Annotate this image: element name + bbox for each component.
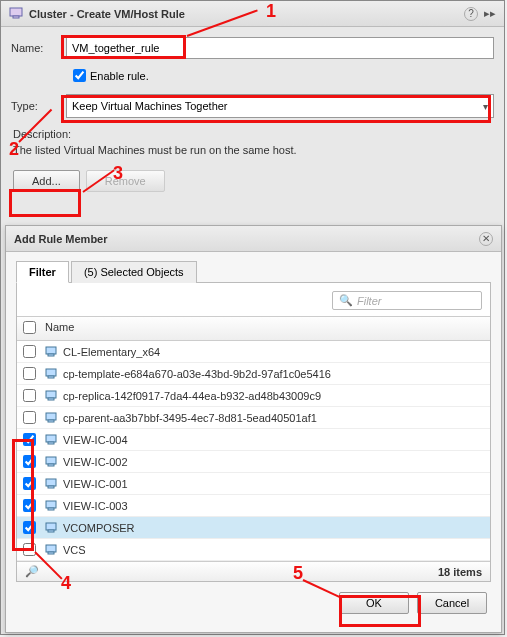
chevron-down-icon: ▾ bbox=[483, 101, 488, 112]
vm-icon bbox=[45, 368, 63, 380]
row-name: VIEW-IC-003 bbox=[63, 500, 484, 512]
description-label: Description: bbox=[13, 128, 494, 140]
svg-rect-6 bbox=[46, 391, 56, 398]
annotation-label-1: 1 bbox=[266, 1, 276, 22]
row-name: CL-Elementary_x64 bbox=[63, 346, 484, 358]
description-text: The listed Virtual Machines must be run … bbox=[13, 144, 494, 156]
svg-rect-11 bbox=[48, 442, 54, 444]
filter-input[interactable]: 🔍 Filter bbox=[332, 291, 482, 310]
svg-rect-9 bbox=[48, 420, 54, 422]
row-name: cp-replica-142f0917-7da4-44ea-b932-ad48b… bbox=[63, 390, 484, 402]
svg-rect-21 bbox=[48, 552, 54, 554]
svg-rect-7 bbox=[48, 398, 54, 400]
vm-icon bbox=[45, 522, 63, 534]
vm-icon bbox=[45, 500, 63, 512]
table-row[interactable]: cp-parent-aa3b7bbf-3495-4ec7-8d81-5ead40… bbox=[17, 407, 490, 429]
dock-icon[interactable]: ▸▸ bbox=[484, 7, 496, 20]
modal-title: Add Rule Member bbox=[14, 233, 479, 245]
row-checkbox[interactable] bbox=[23, 433, 36, 446]
svg-rect-4 bbox=[46, 369, 56, 376]
tab-filter[interactable]: Filter bbox=[16, 261, 69, 283]
vm-icon bbox=[45, 390, 63, 402]
table-row[interactable]: VIEW-IC-001 bbox=[17, 473, 490, 495]
svg-rect-10 bbox=[46, 435, 56, 442]
svg-rect-18 bbox=[46, 523, 56, 530]
vm-icon bbox=[45, 544, 63, 556]
svg-rect-19 bbox=[48, 530, 54, 532]
modal-titlebar: Add Rule Member ✕ bbox=[6, 226, 501, 252]
grid-header: Name bbox=[17, 316, 490, 341]
row-name: cp-parent-aa3b7bbf-3495-4ec7-8d81-5ead40… bbox=[63, 412, 484, 424]
item-count: 18 items bbox=[438, 566, 482, 578]
cluster-icon bbox=[9, 7, 23, 21]
name-label: Name: bbox=[11, 42, 66, 54]
row-checkbox[interactable] bbox=[23, 389, 36, 402]
table-row[interactable]: VIEW-IC-003 bbox=[17, 495, 490, 517]
svg-rect-20 bbox=[46, 545, 56, 552]
name-input[interactable] bbox=[66, 37, 494, 59]
add-button[interactable]: Add... bbox=[13, 170, 80, 192]
select-all-checkbox[interactable] bbox=[23, 321, 36, 334]
table-row[interactable]: VIEW-IC-004 bbox=[17, 429, 490, 451]
svg-rect-1 bbox=[13, 16, 19, 18]
svg-rect-0 bbox=[10, 8, 22, 16]
svg-rect-16 bbox=[46, 501, 56, 508]
vm-icon bbox=[45, 346, 63, 358]
row-checkbox[interactable] bbox=[23, 477, 36, 490]
vm-icon bbox=[45, 434, 63, 446]
row-name: VCOMPOSER bbox=[63, 522, 484, 534]
table-row[interactable]: cp-replica-142f0917-7da4-44ea-b932-ad48b… bbox=[17, 385, 490, 407]
find-icon[interactable]: 🔎 bbox=[25, 565, 39, 578]
type-select[interactable]: Keep Virtual Machines Together ▾ bbox=[66, 94, 494, 118]
search-icon: 🔍 bbox=[339, 294, 353, 307]
table-row[interactable]: VIEW-IC-002 bbox=[17, 451, 490, 473]
annotation-label-4: 4 bbox=[61, 573, 71, 594]
vm-icon bbox=[45, 412, 63, 424]
ok-button[interactable]: OK bbox=[339, 592, 409, 614]
close-icon[interactable]: ✕ bbox=[479, 232, 493, 246]
annotation-label-5: 5 bbox=[293, 563, 303, 584]
svg-rect-5 bbox=[48, 376, 54, 378]
svg-rect-17 bbox=[48, 508, 54, 510]
row-checkbox[interactable] bbox=[23, 499, 36, 512]
cancel-button[interactable]: Cancel bbox=[417, 592, 487, 614]
table-row[interactable]: cp-template-e684a670-a03e-43bd-9b2d-97af… bbox=[17, 363, 490, 385]
row-name: VIEW-IC-004 bbox=[63, 434, 484, 446]
row-checkbox[interactable] bbox=[23, 455, 36, 468]
svg-rect-12 bbox=[46, 457, 56, 464]
row-checkbox[interactable] bbox=[23, 543, 36, 556]
svg-rect-8 bbox=[46, 413, 56, 420]
column-header-name: Name bbox=[45, 321, 484, 336]
table-row[interactable]: VCOMPOSER bbox=[17, 517, 490, 539]
row-checkbox[interactable] bbox=[23, 521, 36, 534]
type-label: Type: bbox=[11, 100, 66, 112]
type-select-value: Keep Virtual Machines Together bbox=[72, 100, 228, 112]
svg-rect-13 bbox=[48, 464, 54, 466]
svg-rect-2 bbox=[46, 347, 56, 354]
tab-selected-objects[interactable]: (5) Selected Objects bbox=[71, 261, 197, 283]
svg-rect-3 bbox=[48, 354, 54, 356]
annotation-label-3: 3 bbox=[113, 163, 123, 184]
enable-rule-checkbox[interactable] bbox=[73, 69, 86, 82]
table-row[interactable]: VCS bbox=[17, 539, 490, 561]
row-name: cp-template-e684a670-a03e-43bd-9b2d-97af… bbox=[63, 368, 484, 380]
row-checkbox[interactable] bbox=[23, 367, 36, 380]
filter-placeholder: Filter bbox=[357, 295, 381, 307]
enable-rule-label: Enable rule. bbox=[90, 70, 149, 82]
svg-rect-14 bbox=[46, 479, 56, 486]
table-row[interactable]: CL-Elementary_x64 bbox=[17, 341, 490, 363]
row-checkbox[interactable] bbox=[23, 345, 36, 358]
annotation-label-2: 2 bbox=[9, 139, 19, 160]
svg-rect-15 bbox=[48, 486, 54, 488]
row-name: VIEW-IC-001 bbox=[63, 478, 484, 490]
help-icon[interactable]: ? bbox=[464, 7, 478, 21]
row-name: VCS bbox=[63, 544, 484, 556]
add-rule-member-dialog: Add Rule Member ✕ Filter (5) Selected Ob… bbox=[5, 225, 502, 633]
vm-icon bbox=[45, 478, 63, 490]
row-name: VIEW-IC-002 bbox=[63, 456, 484, 468]
dialog-titlebar: Cluster - Create VM/Host Rule ? ▸▸ bbox=[1, 1, 504, 27]
row-checkbox[interactable] bbox=[23, 411, 36, 424]
vm-icon bbox=[45, 456, 63, 468]
